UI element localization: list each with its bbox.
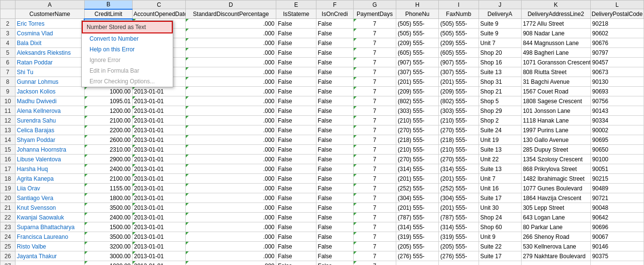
- cell-is-on-credi[interactable]: False: [316, 164, 353, 174]
- cell-payment-days[interactable]: 7: [353, 58, 396, 67]
- cell-phone-number[interactable]: (307) 555-: [396, 67, 438, 77]
- cell-is-stateme[interactable]: False: [276, 203, 316, 213]
- cell-fax-number[interactable]: (201) 555-: [439, 203, 479, 213]
- cell-phone-number[interactable]: (907) 555-: [396, 58, 438, 67]
- cell-customer-name[interactable]: Madhu Dwivedi: [15, 96, 84, 106]
- cell-delivery-postal-code[interactable]: 90146: [590, 242, 644, 251]
- cell-delivery-postal-code[interactable]: 90100: [590, 155, 644, 164]
- cell-delivery-address[interactable]: Suite 9: [479, 19, 521, 29]
- cell-delivery-address[interactable]: [479, 261, 521, 265]
- cell-delivery-address-line2[interactable]: 844 Magnusson Lane: [521, 38, 590, 48]
- table-row[interactable]: 17Harsha Huq2400.002013-01-01.000FalseFa…: [0, 164, 644, 174]
- cell-is-stateme[interactable]: False: [276, 184, 316, 193]
- context-menu-options[interactable]: Error Checking Options...: [82, 76, 173, 87]
- cell-fax-number[interactable]: (802) 555-: [439, 96, 479, 106]
- cell-fax-number[interactable]: (252) 555-: [439, 184, 479, 193]
- cell-std-discount[interactable]: .000: [186, 116, 276, 125]
- col-header-l[interactable]: DeliveryPostalCode: [590, 9, 644, 19]
- cell-payment-days[interactable]: 7: [353, 19, 396, 29]
- cell-payment-days[interactable]: 7: [353, 87, 396, 96]
- cell-is-stateme[interactable]: False: [276, 213, 316, 222]
- cell-delivery-address-line2[interactable]: 643 Logan Lane: [521, 213, 590, 222]
- col-letter-l[interactable]: L: [590, 0, 644, 9]
- cell-is-on-credi[interactable]: False: [316, 145, 353, 155]
- cell-delivery-address[interactable]: Unit 9: [479, 232, 521, 242]
- cell-is-on-credi[interactable]: False: [316, 222, 353, 232]
- cell-is-on-credi[interactable]: False: [316, 261, 353, 265]
- cell-credit-limit[interactable]: 2200.00: [84, 125, 132, 135]
- cell-is-on-credi[interactable]: False: [316, 213, 353, 222]
- cell-is-on-credi[interactable]: False: [316, 232, 353, 242]
- cell-is-stateme[interactable]: False: [276, 58, 316, 67]
- cell-phone-number[interactable]: (314) 555-: [396, 164, 438, 174]
- cell-payment-days[interactable]: 7: [353, 38, 396, 48]
- cell-credit-limit[interactable]: 2100.00: [84, 174, 132, 184]
- cell-fax-number[interactable]: (276) 555-: [439, 251, 479, 261]
- cell-std-discount[interactable]: .000: [186, 87, 276, 96]
- cell-delivery-address-line2[interactable]: 1118 Hanak Lane: [521, 116, 590, 125]
- cell-credit-limit[interactable]: 1000.00: [84, 261, 132, 265]
- cell-delivery-address[interactable]: Unit 19: [479, 135, 521, 145]
- col-letter-i[interactable]: I: [439, 0, 479, 9]
- cell-std-discount[interactable]: .000: [186, 174, 276, 184]
- cell-customer-name[interactable]: Johanna Hoornstra: [15, 145, 84, 155]
- cell-credit-limit[interactable]: 2900.00: [84, 155, 132, 164]
- cell-payment-days[interactable]: 7: [353, 135, 396, 145]
- cell-std-discount[interactable]: .000: [186, 38, 276, 48]
- cell-is-stateme[interactable]: False: [276, 38, 316, 48]
- cell-fax-number[interactable]: (307) 555-: [439, 67, 479, 77]
- cell-account-opened-date[interactable]: 2013-01-01: [133, 232, 186, 242]
- cell-customer-name[interactable]: [15, 261, 84, 265]
- cell-account-opened-date[interactable]: 2013-01-01: [133, 251, 186, 261]
- cell-payment-days[interactable]: 7: [353, 106, 396, 116]
- cell-credit-limit[interactable]: 2400.00: [84, 164, 132, 174]
- cell-delivery-address[interactable]: Shop 24: [479, 213, 521, 222]
- cell-account-opened-date[interactable]: 2013-01-01: [133, 135, 186, 145]
- cell-phone-number[interactable]: (201) 555-: [396, 174, 438, 184]
- cell-is-on-credi[interactable]: False: [316, 19, 353, 29]
- col-letter-b[interactable]: B: [84, 0, 132, 9]
- cell-customer-name[interactable]: Cosmina Vlad: [15, 29, 84, 38]
- cell-payment-days[interactable]: 7: [353, 164, 396, 174]
- cell-std-discount[interactable]: .000: [186, 251, 276, 261]
- cell-delivery-address[interactable]: Suite 13: [479, 67, 521, 77]
- cell-customer-name[interactable]: Surendra Sahu: [15, 116, 84, 125]
- cell-delivery-postal-code[interactable]: 90048: [590, 203, 644, 213]
- cell-customer-name[interactable]: Shi Tu: [15, 67, 84, 77]
- col-header-b[interactable]: CreditLimit: [84, 9, 132, 19]
- cell-delivery-address[interactable]: Suite 13: [479, 145, 521, 155]
- cell-delivery-postal-code[interactable]: 90002: [590, 125, 644, 135]
- cell-payment-days[interactable]: 7: [353, 251, 396, 261]
- cell-credit-limit[interactable]: 2600.00: [84, 135, 132, 145]
- cell-credit-limit[interactable]: 3500.00: [84, 203, 132, 213]
- cell-fax-number[interactable]: (201) 555-: [439, 77, 479, 87]
- cell-payment-days[interactable]: 7: [353, 48, 396, 58]
- cell-phone-number[interactable]: (787) 555-: [396, 213, 438, 222]
- cell-std-discount[interactable]: .000: [186, 29, 276, 38]
- col-header-i[interactable]: FaxNumb: [439, 9, 479, 19]
- cell-account-opened-date[interactable]: 2013-01-01: [133, 193, 186, 203]
- cell-delivery-postal-code[interactable]: 90693: [590, 87, 644, 96]
- cell-credit-limit[interactable]: 1800.00: [84, 193, 132, 203]
- cell-phone-number[interactable]: (201) 555-: [396, 77, 438, 87]
- cell-account-opened-date[interactable]: 2013-01-01: [133, 184, 186, 193]
- cell-fax-number[interactable]: (209) 555-: [439, 38, 479, 48]
- cell-delivery-address[interactable]: Suite 13: [479, 164, 521, 174]
- cell-phone-number[interactable]: (205) 555-: [396, 242, 438, 251]
- cell-customer-name[interactable]: Risto Valbe: [15, 242, 84, 251]
- cell-phone-number[interactable]: (209) 555-: [396, 87, 438, 96]
- cell-fax-number[interactable]: (210) 555-: [439, 145, 479, 155]
- table-row[interactable]: 23Suparna Bhattacharya1500.002013-01-01.…: [0, 222, 644, 232]
- table-row[interactable]: 15Johanna Hoornstra2310.002013-01-01.000…: [0, 145, 644, 155]
- cell-account-opened-date[interactable]: 2013-01-01: [133, 222, 186, 232]
- cell-fax-number[interactable]: [439, 261, 479, 265]
- cell-credit-limit[interactable]: 1500.00: [84, 222, 132, 232]
- cell-is-stateme[interactable]: False: [276, 261, 316, 265]
- cell-is-stateme[interactable]: False: [276, 135, 316, 145]
- cell-phone-number[interactable]: [396, 261, 438, 265]
- cell-delivery-address-line2[interactable]: 1071 Goransson Crescent: [521, 58, 590, 67]
- cell-delivery-address-line2[interactable]: 1077 Gunes Boulevard: [521, 184, 590, 193]
- cell-delivery-address-line2[interactable]: 305 Lepp Street: [521, 203, 590, 213]
- cell-is-on-credi[interactable]: False: [316, 77, 353, 87]
- cell-is-stateme[interactable]: False: [276, 106, 316, 116]
